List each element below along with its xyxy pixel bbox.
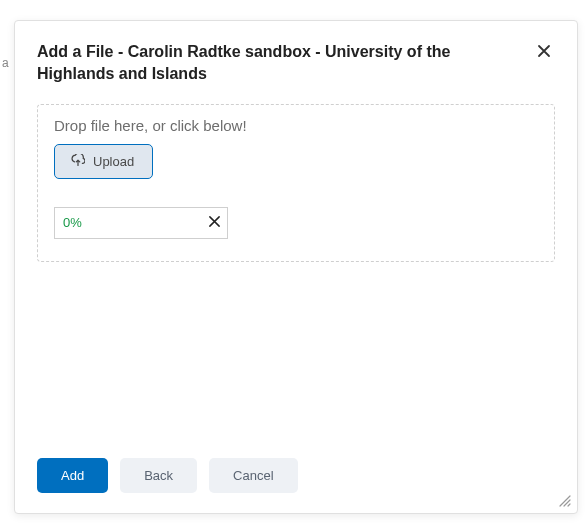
back-button[interactable]: Back <box>120 458 197 493</box>
dialog-footer: Add Back Cancel <box>15 458 577 513</box>
dropzone-instruction: Drop file here, or click below! <box>54 117 538 134</box>
file-dropzone[interactable]: Drop file here, or click below! Upload 0… <box>37 104 555 262</box>
dialog-title: Add a File - Carolin Radtke sandbox - Un… <box>37 41 533 86</box>
close-button[interactable] <box>533 41 555 63</box>
upload-button[interactable]: Upload <box>54 144 153 179</box>
remove-icon <box>208 214 221 231</box>
resize-handle[interactable] <box>557 493 571 507</box>
dialog-header: Add a File - Carolin Radtke sandbox - Un… <box>15 21 577 96</box>
dialog-body: Drop file here, or click below! Upload 0… <box>15 96 577 458</box>
upload-progress-row: 0% <box>54 207 538 239</box>
cancel-button[interactable]: Cancel <box>209 458 297 493</box>
add-file-dialog: Add a File - Carolin Radtke sandbox - Un… <box>14 20 578 514</box>
remove-file-button[interactable] <box>208 214 221 232</box>
add-button[interactable]: Add <box>37 458 108 493</box>
upload-icon <box>71 154 85 168</box>
upload-button-label: Upload <box>93 154 134 169</box>
close-icon <box>537 42 551 62</box>
upload-progress: 0% <box>54 207 228 239</box>
background-text: a <box>2 56 9 70</box>
